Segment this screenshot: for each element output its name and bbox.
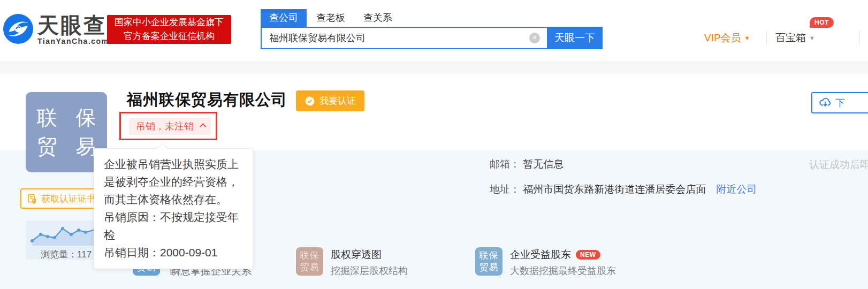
feature-card-title: 企业受益股东 NEW: [510, 248, 616, 262]
new-badge: NEW: [576, 250, 600, 260]
search-bar: × 天眼一下: [261, 27, 603, 49]
company-mini-logo: 联保 贸易: [475, 247, 502, 276]
feature-card-equity-penetration[interactable]: 联保 贸易 股权穿透图 挖掘深层股权结构: [296, 247, 408, 277]
tab-search-company[interactable]: 查公司: [261, 9, 307, 27]
download-report-button[interactable]: 下: [811, 92, 868, 113]
nearby-companies-link[interactable]: 附近公司: [717, 184, 757, 195]
page: 天眼查 TianYanCha.com 国家中小企业发展基金旗下 官方备案企业征信…: [0, 0, 868, 289]
tab-search-relation[interactable]: 查关系: [355, 9, 401, 27]
search-button[interactable]: 天眼一下: [547, 27, 603, 49]
feature-card-title: 股权穿透图: [331, 248, 408, 262]
tianyancha-logo-icon: [3, 14, 33, 44]
gov-endorsement-badge: 国家中小企业发展基金旗下 官方备案企业征信机构: [107, 15, 231, 44]
address-field: 地址： 福州市国货东路新港街道连潘居委会店面 附近公司: [490, 182, 757, 196]
status-tooltip: 企业被吊销营业执照实质上是被剥夺企业的经营资格，而其主体资格依然存在。 吊销原因…: [94, 148, 253, 269]
get-certificate-button[interactable]: 获取认证证书: [20, 188, 105, 209]
verify-company-button[interactable]: 我要认证: [296, 90, 364, 111]
feature-card-subtitle: 挖掘深层股权结构: [331, 264, 408, 277]
toolbox-menu[interactable]: 百宝箱▼: [775, 31, 815, 45]
clear-search-icon[interactable]: ×: [529, 33, 540, 43]
cloud-download-icon: [819, 96, 832, 109]
company-mini-logo: 联保 贸易: [296, 247, 323, 276]
header-divider: [766, 31, 767, 45]
brand-name: 天眼查: [37, 14, 109, 36]
brand-domain: TianYanCha.com: [37, 37, 109, 45]
company-name: 福州联保贸易有限公司: [127, 89, 287, 111]
company-status-badge[interactable]: 吊销，未注销: [129, 118, 211, 135]
certification-seal-icon: [304, 96, 315, 107]
chevron-down-icon: ▼: [744, 35, 750, 41]
vip-menu[interactable]: VIP会员▼: [704, 31, 750, 45]
feature-card-subtitle: 大数据挖掘最终受益股东: [510, 264, 616, 277]
certification-note: 认证成功后即: [809, 158, 868, 172]
header-divider: [859, 31, 860, 45]
certificate-document-icon: [27, 193, 37, 204]
sub-header-band: [0, 62, 868, 73]
email-field: 邮箱： 暂无信息: [490, 157, 564, 171]
search-input[interactable]: [261, 27, 547, 49]
tab-search-boss[interactable]: 查老板: [308, 9, 354, 27]
site-logo[interactable]: 天眼查 TianYanCha.com: [3, 14, 109, 45]
header: 天眼查 TianYanCha.com 国家中小企业发展基金旗下 官方备案企业征信…: [0, 0, 868, 56]
search-tabs: 查公司 查老板 查关系: [261, 10, 401, 27]
feature-card-beneficial-owners[interactable]: 联保 贸易 企业受益股东 NEW 大数据挖掘最终受益股东: [475, 247, 616, 277]
hot-badge: HOT: [810, 17, 834, 28]
chevron-down-icon: ▼: [809, 35, 815, 41]
chevron-up-icon: [200, 123, 207, 130]
